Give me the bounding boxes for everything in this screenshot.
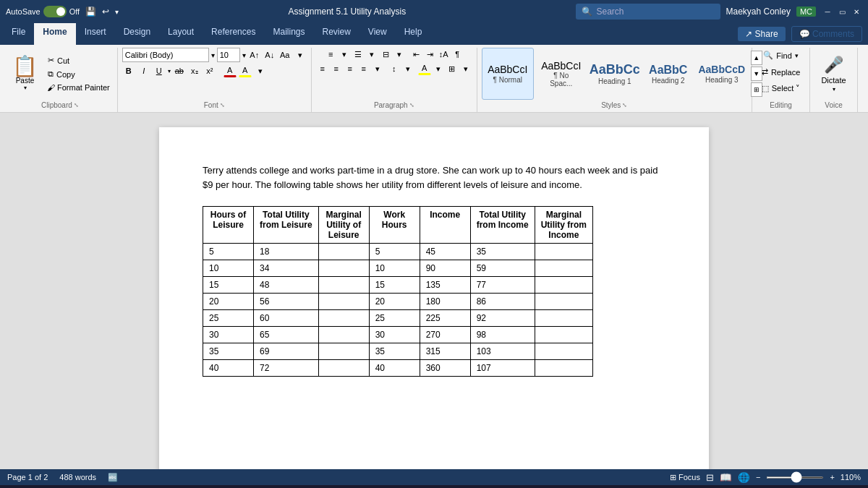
decrease-indent-button[interactable]: ⇤	[409, 48, 422, 61]
font-color-button[interactable]: A	[224, 64, 237, 77]
font-family-input[interactable]	[122, 48, 209, 62]
bold-button[interactable]: B	[122, 64, 135, 77]
styles-expand-icon[interactable]: ⤡	[622, 102, 627, 108]
style-heading3[interactable]: AaBbCcD Heading 3	[696, 48, 748, 100]
user-initials: MC	[800, 7, 812, 16]
find-button[interactable]: 🔍 Find ▾	[758, 48, 803, 63]
select-button[interactable]: ⬚ Select ˅	[757, 81, 806, 96]
font-increase-button[interactable]: A↑	[248, 48, 261, 61]
font-size-dropdown-icon[interactable]: ▾	[242, 51, 246, 59]
close-button[interactable]: ✕	[851, 6, 862, 17]
save-icon[interactable]: 💾	[85, 7, 96, 17]
view-layout-button[interactable]: ⊟	[706, 472, 714, 483]
replace-button[interactable]: ⇄ Replace	[757, 64, 805, 80]
font-label: Font ⤡	[122, 100, 307, 109]
tab-view[interactable]: View	[359, 23, 396, 45]
strikethrough-button[interactable]: ab	[173, 64, 186, 77]
paste-button[interactable]: 📋 Paste ▾	[7, 54, 43, 93]
align-left-button[interactable]: ≡	[316, 62, 329, 75]
title-bar: AutoSave Off 💾 ↩ ▾ Assignment 5.1 Utilit…	[0, 0, 868, 23]
font-decrease-button[interactable]: A↓	[263, 48, 276, 61]
user-badge[interactable]: MC	[796, 7, 816, 17]
zoom-level[interactable]: 110%	[841, 473, 861, 481]
clipboard-expand-icon[interactable]: ⤡	[74, 102, 79, 108]
sort-button[interactable]: ↕A	[437, 48, 450, 61]
subscript-button[interactable]: x₂	[188, 64, 201, 77]
paste-arrow: ▾	[24, 85, 27, 91]
tab-home[interactable]: Home	[34, 23, 75, 45]
paragraph-expand-icon[interactable]: ⤡	[409, 102, 414, 108]
zoom-minus-icon[interactable]: −	[756, 473, 760, 481]
tab-help[interactable]: Help	[396, 23, 431, 45]
clear-format-button[interactable]: Aa	[278, 48, 292, 61]
share-button[interactable]: ↗ Share	[738, 27, 786, 41]
status-right: ⊞ Focus ⊟ 📖 🌐 − + 110%	[670, 472, 861, 483]
search-bar[interactable]: 🔍 Search	[576, 4, 720, 20]
shading-button[interactable]: A	[418, 62, 431, 75]
tab-insert[interactable]: Insert	[76, 23, 115, 45]
superscript-button[interactable]: x²	[203, 64, 216, 77]
bullets-dropdown[interactable]: ▾	[338, 48, 351, 61]
format-painter-button[interactable]: 🖌 Format Painter	[44, 82, 113, 93]
cut-button[interactable]: ✂ Cut	[44, 54, 113, 67]
cell-6-4: 315	[420, 343, 470, 360]
style-heading2[interactable]: AaBbC Heading 2	[642, 48, 694, 100]
window-controls: ─ ▭ ✕	[822, 6, 862, 17]
tab-review[interactable]: Review	[313, 23, 359, 45]
autosave-toggle[interactable]: AutoSave Off	[6, 6, 80, 17]
align-dropdown[interactable]: ▾	[371, 62, 384, 75]
style-normal[interactable]: AaBbCcI ¶ Normal	[482, 48, 534, 100]
borders-button[interactable]: ⊞	[446, 62, 459, 75]
sensitivity-button[interactable]: 🔒 Sensitivity	[862, 56, 868, 92]
line-spacing-dropdown[interactable]: ▾	[401, 62, 414, 75]
font-expand-icon[interactable]: ⤡	[220, 102, 225, 108]
font-size-input[interactable]	[217, 48, 240, 62]
zoom-slider[interactable]	[766, 476, 824, 479]
view-read-button[interactable]: 📖	[720, 472, 732, 483]
restore-button[interactable]: ▭	[836, 6, 848, 17]
tab-file[interactable]: File	[3, 23, 34, 45]
style-nospace[interactable]: AaBbCcI ¶ No Spac...	[535, 48, 587, 100]
tab-references[interactable]: References	[203, 23, 264, 45]
dictate-button[interactable]: 🎤 Dictate ▾	[814, 52, 852, 96]
col-header-2: MarginalUtility ofLeisure	[318, 207, 369, 244]
multilevel-button[interactable]: ⊟	[379, 48, 392, 61]
justify-button[interactable]: ≡	[357, 62, 370, 75]
tab-layout[interactable]: Layout	[159, 23, 203, 45]
font-color-dropdown[interactable]: ▾	[254, 64, 267, 77]
copy-button[interactable]: ⧉ Copy	[44, 68, 113, 80]
italic-button[interactable]: I	[137, 64, 150, 77]
language-icon[interactable]: 🔤	[108, 473, 118, 482]
cell-2-4: 135	[420, 277, 470, 294]
bullets-button[interactable]: ≡	[324, 48, 337, 61]
focus-button[interactable]: ⊞ Focus	[670, 473, 700, 482]
font-dropdown-icon[interactable]: ▾	[211, 51, 215, 59]
numbering-dropdown[interactable]: ▾	[365, 48, 378, 61]
find-arrow-icon: ▾	[795, 52, 799, 59]
highlight-button[interactable]: A	[239, 64, 252, 77]
style-h1-preview: AaBbCc	[590, 62, 640, 78]
underline-button[interactable]: U	[153, 64, 166, 77]
para-row-2: ≡ ≡ ≡ ≡ ▾ ↕ ▾ A ▾ ⊞ ▾	[316, 62, 472, 75]
autosave-pill[interactable]	[43, 6, 67, 17]
format-dropdown-button[interactable]: ▾	[294, 48, 307, 61]
minimize-button[interactable]: ─	[822, 6, 833, 17]
align-center-button[interactable]: ≡	[330, 62, 343, 75]
tab-mailings[interactable]: Mailings	[264, 23, 313, 45]
shading-dropdown[interactable]: ▾	[432, 62, 445, 75]
underline-dropdown-icon[interactable]: ▾	[168, 68, 171, 74]
undo-icon[interactable]: ↩	[102, 7, 109, 17]
line-spacing-button[interactable]: ↕	[388, 62, 401, 75]
multilevel-dropdown[interactable]: ▾	[393, 48, 406, 61]
align-right-button[interactable]: ≡	[344, 62, 357, 75]
style-heading1[interactable]: AaBbCc Heading 1	[589, 48, 641, 100]
show-formatting-button[interactable]: ¶	[451, 48, 464, 61]
numbering-button[interactable]: ☰	[352, 48, 365, 61]
dictate-label: Dictate	[821, 76, 846, 85]
comments-button[interactable]: 💬 Comments	[791, 26, 862, 42]
view-web-button[interactable]: 🌐	[738, 472, 750, 483]
zoom-plus-icon[interactable]: +	[830, 473, 834, 481]
increase-indent-button[interactable]: ⇥	[423, 48, 436, 61]
borders-dropdown[interactable]: ▾	[459, 62, 472, 75]
tab-design[interactable]: Design	[115, 23, 159, 45]
